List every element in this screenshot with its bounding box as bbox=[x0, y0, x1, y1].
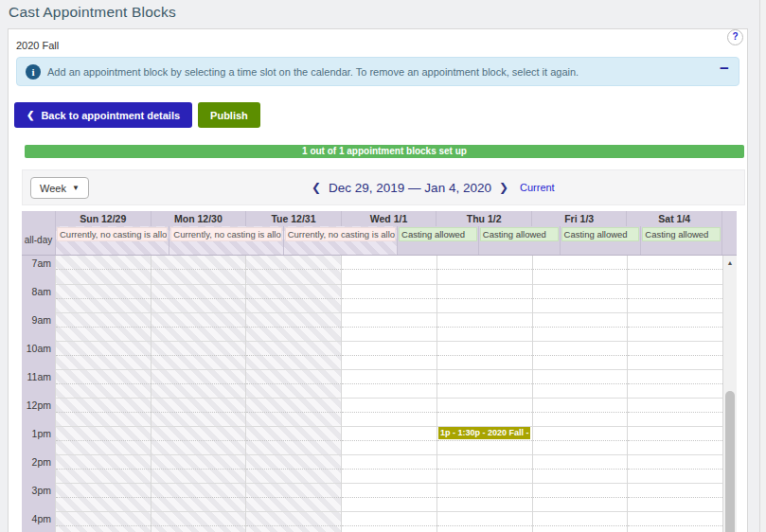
time-slot[interactable] bbox=[246, 369, 341, 398]
time-slot[interactable] bbox=[342, 398, 436, 426]
prev-week-button[interactable]: ❮ bbox=[312, 181, 321, 194]
time-slot[interactable] bbox=[246, 312, 341, 341]
time-slot[interactable] bbox=[437, 454, 532, 483]
time-slot[interactable] bbox=[533, 284, 628, 312]
time-slot[interactable] bbox=[342, 369, 436, 398]
allday-event[interactable]: Casting allowed bbox=[480, 227, 559, 241]
time-slot[interactable] bbox=[56, 398, 151, 426]
time-slot[interactable] bbox=[437, 369, 532, 398]
allday-cell[interactable]: Casting allowed bbox=[640, 226, 721, 255]
allday-event[interactable]: Casting allowed bbox=[399, 227, 477, 241]
time-slot[interactable] bbox=[628, 454, 722, 483]
time-slot[interactable] bbox=[342, 341, 436, 369]
time-slot[interactable] bbox=[437, 398, 532, 426]
time-slot[interactable] bbox=[437, 511, 532, 532]
allday-event[interactable]: Currently, no casting is allo bbox=[285, 227, 396, 241]
time-slot[interactable] bbox=[246, 454, 341, 483]
time-slot[interactable] bbox=[437, 483, 532, 511]
allday-event[interactable]: Currently, no casting is allo bbox=[57, 227, 168, 241]
time-slot[interactable] bbox=[628, 511, 722, 532]
allday-cell[interactable]: Currently, no casting is allo bbox=[283, 226, 397, 255]
time-slot[interactable] bbox=[56, 483, 151, 511]
time-slot[interactable] bbox=[628, 398, 722, 426]
publish-button[interactable]: Publish bbox=[198, 102, 260, 128]
time-slot[interactable] bbox=[151, 511, 246, 532]
time-slot[interactable] bbox=[533, 426, 628, 454]
time-slot[interactable] bbox=[628, 426, 722, 454]
time-slot[interactable] bbox=[342, 284, 436, 312]
time-slot[interactable] bbox=[342, 256, 436, 284]
time-slot[interactable] bbox=[533, 369, 628, 398]
time-slot[interactable] bbox=[342, 312, 436, 341]
time-slot[interactable] bbox=[56, 256, 151, 284]
time-slot[interactable] bbox=[56, 369, 151, 398]
time-slot[interactable] bbox=[151, 398, 246, 426]
time-slot[interactable] bbox=[533, 454, 628, 483]
back-button[interactable]: ❮ Back to appointment details bbox=[14, 102, 192, 128]
time-slot[interactable] bbox=[437, 341, 532, 369]
time-slot[interactable] bbox=[56, 426, 151, 454]
time-slot[interactable] bbox=[628, 312, 722, 341]
scrollbar-thumb[interactable] bbox=[725, 391, 735, 532]
day-header: Tue 12/31 bbox=[245, 211, 341, 226]
allday-event[interactable]: Casting allowed bbox=[561, 227, 640, 241]
time-slot[interactable] bbox=[151, 312, 246, 341]
allday-cell[interactable]: Currently, no casting is allo bbox=[169, 226, 282, 255]
time-slot[interactable] bbox=[151, 256, 246, 284]
allday-cell[interactable]: Casting allowed bbox=[397, 226, 478, 255]
time-slot[interactable] bbox=[342, 454, 436, 483]
time-slot[interactable] bbox=[533, 398, 628, 426]
allday-cell[interactable]: Casting allowed bbox=[478, 226, 560, 255]
time-slot[interactable] bbox=[628, 284, 722, 312]
time-slot[interactable] bbox=[246, 284, 341, 312]
time-slot[interactable] bbox=[151, 454, 246, 483]
time-slot[interactable] bbox=[56, 341, 151, 369]
time-slot[interactable] bbox=[437, 284, 532, 312]
time-slot[interactable] bbox=[151, 284, 246, 312]
page-scrollbar[interactable] bbox=[759, 0, 766, 532]
time-slot[interactable] bbox=[628, 256, 722, 284]
time-slot[interactable] bbox=[246, 398, 341, 426]
time-slot[interactable] bbox=[533, 511, 628, 532]
time-slot[interactable] bbox=[56, 511, 151, 532]
next-week-button[interactable]: ❯ bbox=[499, 181, 508, 194]
calendar-scrollbar[interactable]: ▲ bbox=[722, 256, 737, 532]
time-slot[interactable] bbox=[151, 426, 246, 454]
time-slot[interactable] bbox=[437, 256, 532, 284]
current-link[interactable]: Current bbox=[520, 182, 555, 193]
time-slot[interactable] bbox=[56, 284, 151, 312]
time-slot[interactable] bbox=[533, 483, 628, 511]
time-slot[interactable] bbox=[246, 341, 341, 369]
time-slot[interactable] bbox=[437, 312, 532, 341]
time-slot[interactable] bbox=[246, 483, 341, 511]
time-slot[interactable] bbox=[342, 426, 436, 454]
time-slot[interactable] bbox=[628, 369, 722, 398]
half-hour-divider bbox=[56, 370, 151, 384]
time-slot[interactable] bbox=[246, 511, 341, 532]
allday-event[interactable]: Casting allowed bbox=[642, 227, 721, 241]
appointment-block[interactable]: 1p - 1:30p - 2020 Fall - Advising bbox=[438, 427, 530, 439]
view-select-button[interactable]: Week ▼ bbox=[30, 177, 89, 199]
time-slot[interactable] bbox=[151, 341, 246, 369]
help-icon[interactable]: ? bbox=[727, 29, 743, 45]
time-slot[interactable] bbox=[628, 341, 722, 369]
time-slot[interactable] bbox=[151, 369, 246, 398]
time-slot[interactable] bbox=[56, 312, 151, 341]
time-slot[interactable] bbox=[628, 483, 722, 511]
scroll-up-arrow[interactable]: ▲ bbox=[723, 256, 737, 270]
time-slot[interactable] bbox=[246, 256, 341, 284]
time-slot[interactable] bbox=[342, 483, 436, 511]
time-slot[interactable] bbox=[342, 511, 436, 532]
time-label: 3pm bbox=[22, 483, 55, 511]
time-slot[interactable] bbox=[533, 312, 628, 341]
allday-cell[interactable]: Currently, no casting is allo bbox=[55, 226, 169, 255]
time-slot[interactable] bbox=[151, 483, 246, 511]
collapse-alert-button[interactable]: − bbox=[720, 60, 729, 79]
allday-cell[interactable]: Casting allowed bbox=[560, 226, 641, 255]
time-slot[interactable] bbox=[533, 256, 628, 284]
time-slot[interactable] bbox=[56, 454, 151, 483]
time-slot[interactable] bbox=[246, 426, 341, 454]
allday-event[interactable]: Currently, no casting is allo bbox=[170, 227, 281, 241]
time-slot[interactable] bbox=[533, 341, 628, 369]
half-hour-divider bbox=[151, 313, 246, 328]
